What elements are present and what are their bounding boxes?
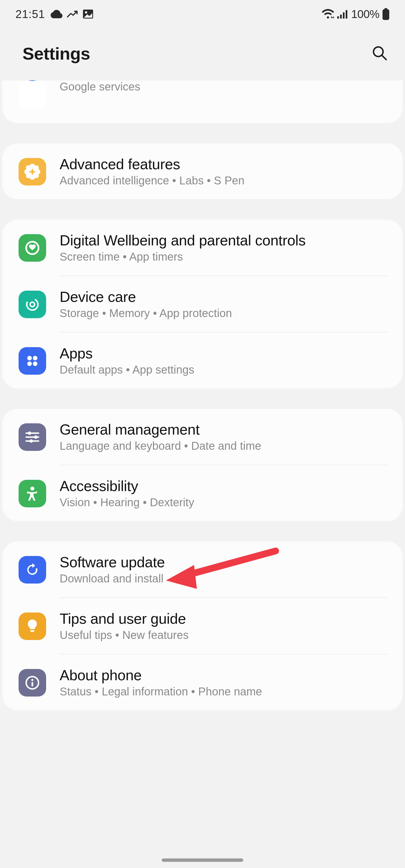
settings-item-title: About phone	[60, 667, 386, 684]
settings-item-google[interactable]: Google services	[2, 81, 403, 121]
settings-item-subtitle: Default apps • App settings	[60, 364, 386, 376]
wellbeing-icon	[19, 234, 46, 262]
svg-rect-2	[337, 16, 339, 19]
plus-flower-icon	[19, 158, 46, 186]
settings-item-apps[interactable]: Apps Default apps • App settings	[2, 333, 403, 389]
svg-point-29	[28, 431, 31, 435]
wifi-icon	[321, 9, 335, 19]
svg-rect-33	[30, 630, 34, 632]
status-time: 21:51	[16, 8, 45, 21]
svg-rect-4	[343, 12, 345, 19]
picture-icon	[83, 9, 93, 19]
search-icon	[372, 45, 388, 62]
settings-group-truncated: Google services	[2, 81, 403, 123]
settings-item-software-update[interactable]: Software update Download and install	[2, 541, 403, 597]
cloud-icon	[51, 10, 62, 18]
svg-point-23	[33, 356, 37, 360]
svg-rect-36	[31, 682, 33, 686]
settings-group-3: Software update Download and install Tip…	[2, 541, 403, 710]
svg-point-24	[27, 362, 32, 366]
svg-rect-5	[346, 10, 347, 19]
settings-item-subtitle: Status • Legal information • Phone name	[60, 685, 386, 698]
svg-line-9	[382, 55, 386, 60]
settings-item-subtitle: Screen time • App timers	[60, 250, 386, 263]
status-bar: 21:51 100%	[0, 0, 405, 28]
device-care-icon	[19, 291, 46, 318]
settings-item-title: Tips and user guide	[60, 610, 386, 627]
gesture-handle[interactable]	[162, 859, 243, 862]
settings-item-title: Apps	[60, 345, 386, 362]
svg-point-30	[34, 435, 37, 439]
svg-point-21	[30, 302, 35, 307]
svg-point-32	[30, 487, 34, 491]
svg-point-31	[30, 439, 33, 443]
settings-item-subtitle: Advanced intelligence • Labs • S Pen	[60, 174, 386, 187]
info-icon	[19, 669, 46, 696]
settings-item-accessibility[interactable]: Accessibility Vision • Hearing • Dexteri…	[2, 465, 403, 521]
app-header: Settings	[0, 28, 405, 81]
settings-item-subtitle: Google services	[60, 81, 386, 93]
trend-icon	[67, 10, 78, 18]
page-title: Settings	[23, 43, 90, 64]
settings-item-subtitle: Storage • Memory • App protection	[60, 307, 386, 319]
settings-item-tips[interactable]: Tips and user guide Useful tips • New fe…	[2, 598, 403, 654]
search-button[interactable]	[370, 44, 389, 64]
svg-point-22	[27, 356, 32, 360]
settings-group-0: Advanced features Advanced intelligence …	[2, 143, 403, 199]
settings-item-title: Device care	[60, 288, 386, 305]
person-icon	[19, 480, 46, 507]
status-left: 21:51	[16, 8, 93, 21]
settings-item-subtitle: Useful tips • New features	[60, 629, 386, 642]
settings-item-general-management[interactable]: General management Language and keyboard…	[2, 409, 403, 465]
svg-point-16	[34, 165, 39, 170]
bulb-icon	[19, 613, 46, 640]
svg-point-17	[26, 173, 31, 178]
settings-item-digital-wellbeing[interactable]: Digital Wellbeing and parental controls …	[2, 220, 403, 276]
settings-item-subtitle: Language and keyboard • Date and time	[60, 440, 386, 452]
svg-point-18	[34, 173, 39, 178]
svg-point-20	[25, 297, 40, 312]
settings-item-about-phone[interactable]: About phone Status • Legal information •…	[2, 654, 403, 710]
settings-item-subtitle: Vision • Hearing • Dexterity	[60, 496, 386, 509]
battery-icon	[382, 8, 389, 20]
svg-rect-7	[382, 9, 389, 20]
apps-icon	[19, 347, 46, 375]
update-icon	[19, 556, 46, 584]
svg-rect-3	[340, 14, 342, 19]
battery-percent: 100%	[351, 8, 379, 21]
signal-icon	[337, 9, 348, 19]
settings-item-title: Accessibility	[60, 477, 386, 494]
svg-point-35	[31, 679, 33, 681]
google-icon	[19, 81, 46, 108]
svg-point-25	[33, 362, 37, 366]
settings-item-title: General management	[60, 421, 386, 438]
settings-item-title: Software update	[60, 554, 386, 570]
settings-item-subtitle: Download and install	[60, 572, 386, 585]
settings-item-advanced-features[interactable]: Advanced features Advanced intelligence …	[2, 143, 403, 199]
settings-item-title: Digital Wellbeing and parental controls	[60, 232, 386, 249]
settings-item-device-care[interactable]: Device care Storage • Memory • App prote…	[2, 276, 403, 332]
svg-point-15	[26, 165, 31, 170]
svg-point-1	[85, 11, 87, 13]
settings-group-1: Digital Wellbeing and parental controls …	[2, 220, 403, 389]
sliders-icon	[19, 423, 46, 451]
settings-group-2: General management Language and keyboard…	[2, 409, 403, 521]
status-right: 100%	[321, 8, 389, 21]
settings-item-title: Advanced features	[60, 156, 386, 173]
